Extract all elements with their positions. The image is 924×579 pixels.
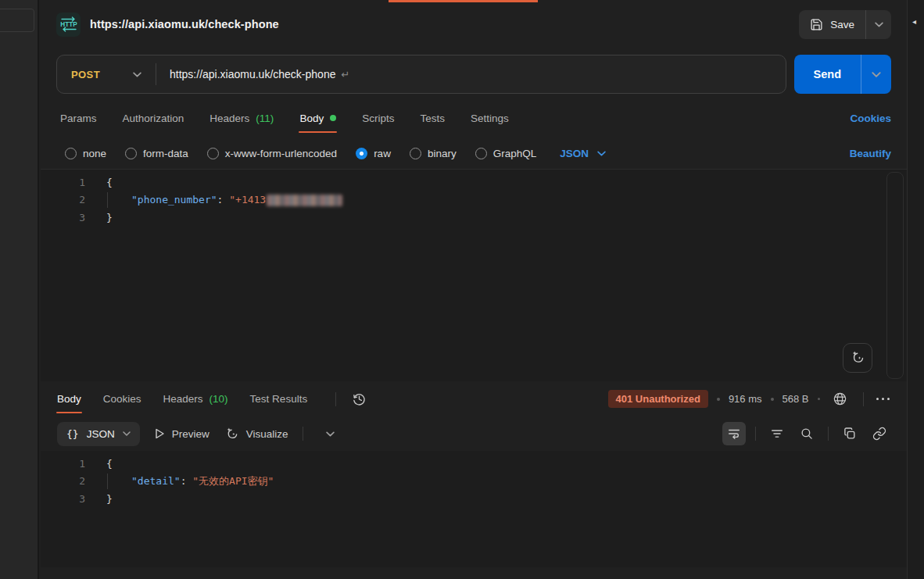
more-icon[interactable] xyxy=(875,395,892,404)
postbot-button[interactable] xyxy=(843,343,872,373)
radio-none[interactable]: none xyxy=(65,148,106,159)
body-type-options: none form-data x-www-form-urlencoded raw… xyxy=(41,138,907,169)
line-number: 3 xyxy=(41,212,85,223)
code-line: 2 "detail": "无效的API密钥" xyxy=(41,473,907,491)
collapse-caret-icon[interactable]: ◂ xyxy=(912,17,916,26)
response-toolbar-right xyxy=(722,422,891,445)
chevron-down-icon xyxy=(326,431,335,437)
tab-headers[interactable]: Headers (11) xyxy=(210,98,274,138)
response-tab-test-results[interactable]: Test Results xyxy=(250,381,308,416)
code-line: 2 "phone_number": "+1413 xyxy=(41,191,907,209)
link-icon[interactable] xyxy=(868,422,891,445)
line-number: 2 xyxy=(41,475,85,487)
url-text: https://api.xiaomu.uk/check-phone xyxy=(170,68,335,80)
url-container: POST https://api.xiaomu.uk/check-phone↵ xyxy=(56,55,786,94)
response-format-select[interactable]: {} JSON xyxy=(57,422,140,446)
response-tab-cookies[interactable]: Cookies xyxy=(103,381,141,416)
send-options-button[interactable] xyxy=(861,55,891,94)
send-button-group: Send xyxy=(794,55,891,94)
left-sidebar xyxy=(0,0,39,579)
history-icon[interactable] xyxy=(347,388,371,411)
separator-dot xyxy=(717,398,720,401)
request-workspace: HTTP https://api.xiaomu.uk/check-phone S… xyxy=(41,0,907,579)
chevron-down-icon xyxy=(875,22,883,27)
body-modified-dot xyxy=(330,115,336,121)
save-icon xyxy=(810,18,823,31)
globe-icon[interactable] xyxy=(829,388,852,411)
http-badge-icon: HTTP xyxy=(56,13,81,37)
request-header: HTTP https://api.xiaomu.uk/check-phone S… xyxy=(41,0,907,48)
send-button[interactable]: Send xyxy=(794,55,861,94)
save-button-label: Save xyxy=(830,19,854,30)
wrap-text-icon[interactable] xyxy=(722,422,746,445)
headers-count-badge: (11) xyxy=(256,113,274,124)
tab-body[interactable]: Body xyxy=(299,98,336,138)
tab-authorization[interactable]: Authorization xyxy=(123,98,184,138)
indent-guide xyxy=(107,474,131,489)
radio-icon xyxy=(125,148,137,159)
format-options-chevron[interactable] xyxy=(318,422,342,445)
save-button-group: Save xyxy=(799,10,891,39)
response-headers-count-badge: (10) xyxy=(210,393,228,405)
postbot-icon xyxy=(850,350,865,366)
chevron-down-icon xyxy=(123,431,131,436)
search-icon[interactable] xyxy=(795,422,818,445)
code-line: 1 { xyxy=(41,455,907,473)
save-options-button[interactable] xyxy=(865,10,891,39)
body-format-select[interactable]: JSON xyxy=(560,148,606,159)
code-line: 3 } xyxy=(41,490,907,508)
radio-icon xyxy=(65,148,77,159)
separator-dot xyxy=(771,398,774,401)
separator-dot xyxy=(818,398,820,400)
radio-form-data[interactable]: form-data xyxy=(125,148,188,159)
save-button[interactable]: Save xyxy=(799,10,865,39)
radio-raw[interactable]: raw xyxy=(356,148,391,159)
response-toolbar: {} JSON Preview xyxy=(41,416,907,451)
radio-icon xyxy=(410,148,421,159)
request-url-bar: POST https://api.xiaomu.uk/check-phone↵ … xyxy=(41,48,907,98)
response-tab-headers[interactable]: Headers (10) xyxy=(163,381,228,416)
cookies-link[interactable]: Cookies xyxy=(850,113,891,124)
radio-x-www-form-urlencoded[interactable]: x-www-form-urlencoded xyxy=(207,148,337,159)
response-tab-body[interactable]: Body xyxy=(57,381,81,416)
radio-icon xyxy=(475,148,487,159)
radio-selected-icon xyxy=(356,148,367,159)
method-select[interactable]: POST xyxy=(57,69,156,80)
tab-settings[interactable]: Settings xyxy=(471,98,509,138)
response-panel: Body Cookies Headers (10) Test Results xyxy=(41,381,907,567)
radio-binary[interactable]: binary xyxy=(410,148,457,159)
status-badge: 401 Unauthorized xyxy=(608,390,708,408)
url-input[interactable]: https://api.xiaomu.uk/check-phone↵ xyxy=(156,68,363,80)
code-line: 1 { xyxy=(41,173,907,191)
radio-icon xyxy=(207,148,219,159)
response-body-editor[interactable]: 1 { 2 "detail": "无效的API密钥" 3 } xyxy=(41,451,907,567)
active-tab-indicator xyxy=(389,0,538,2)
json-braces-icon: {} xyxy=(66,428,79,440)
divider xyxy=(863,392,864,406)
response-size: 568 B xyxy=(783,393,809,405)
radio-graphql[interactable]: GraphQL xyxy=(475,148,537,159)
sidebar-collapsed-item[interactable] xyxy=(0,9,34,32)
request-body-editor[interactable]: 1 { 2 "phone_number": "+1413 3 } xyxy=(41,169,907,381)
response-history-group xyxy=(324,388,371,411)
indent-guide xyxy=(107,192,131,208)
divider xyxy=(335,392,336,406)
response-meta: 401 Unauthorized 916 ms 568 B xyxy=(608,388,891,411)
code-line: 3 } xyxy=(41,209,907,227)
copy-icon[interactable] xyxy=(838,422,861,445)
divider xyxy=(303,427,303,441)
chevron-down-icon xyxy=(133,72,141,77)
svg-text:HTTP: HTTP xyxy=(60,21,77,28)
tab-tests[interactable]: Tests xyxy=(420,98,445,138)
filter-icon[interactable] xyxy=(765,422,789,445)
preview-button[interactable]: Preview xyxy=(155,428,210,440)
chevron-down-icon xyxy=(872,72,881,77)
editor-scrollbar[interactable] xyxy=(886,172,904,379)
beautify-link[interactable]: Beautify xyxy=(850,148,891,159)
line-number: 2 xyxy=(41,194,85,206)
tab-params[interactable]: Params xyxy=(60,98,97,138)
tab-scripts[interactable]: Scripts xyxy=(362,98,394,138)
request-tabs: Params Authorization Headers (11) Body S… xyxy=(41,98,907,138)
request-title: https://api.xiaomu.uk/check-phone xyxy=(90,18,279,30)
visualize-button[interactable]: Visualize xyxy=(224,427,288,441)
